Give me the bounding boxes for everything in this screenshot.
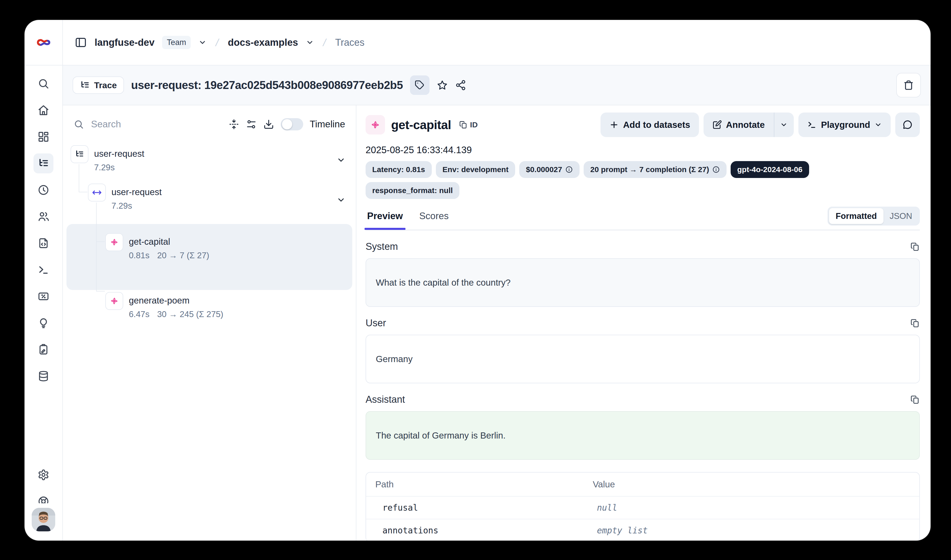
bookmark-star-button[interactable] xyxy=(437,80,448,91)
timeline-toggle-label: Timeline xyxy=(310,119,345,130)
user-message-card: Germany xyxy=(366,335,920,383)
path-cell: annotations xyxy=(382,526,604,535)
generation-node-icon xyxy=(105,233,123,251)
tree-item-user-request-root[interactable]: user-request 7.29s xyxy=(66,145,352,184)
tree-item-label: user-request xyxy=(94,145,144,162)
tree-item-tokens: 30 → 245 (Σ 275) xyxy=(157,309,223,319)
annotate-button[interactable]: Annotate xyxy=(703,112,794,137)
table-row: refusal null xyxy=(366,497,919,519)
system-message-text: What is the capital of the country? xyxy=(376,277,511,288)
user-message-text: Germany xyxy=(376,354,412,364)
sidebar-item-sessions[interactable] xyxy=(38,184,49,196)
tree-connector xyxy=(96,291,105,291)
tab-preview[interactable]: Preview xyxy=(366,207,405,229)
tree-item-get-capital[interactable]: get-capital 0.81s 20 → 7 (Σ 27) xyxy=(66,224,352,290)
copy-section-button[interactable] xyxy=(910,395,920,405)
search-icon xyxy=(74,119,84,129)
tree-connector xyxy=(96,203,97,291)
tree-search-row: Timeline xyxy=(63,112,356,137)
observation-detail-panel: get-capital ID Add to datasets Annotate xyxy=(356,105,931,541)
copy-section-button[interactable] xyxy=(910,242,920,252)
org-switcher-chevron-icon[interactable] xyxy=(306,38,314,46)
detail-tabs: Preview Scores Formatted JSON xyxy=(366,207,920,231)
collapse-chevron-icon[interactable] xyxy=(336,155,346,165)
format-formatted-option[interactable]: Formatted xyxy=(829,208,883,224)
assistant-message-card: The capital of Germany is Berlin. xyxy=(366,411,920,460)
trace-badge-label: Trace xyxy=(94,80,117,90)
share-button[interactable] xyxy=(455,80,466,91)
playground-label: Playground xyxy=(821,120,870,130)
project-switcher-chevron-icon[interactable] xyxy=(199,38,206,46)
top-navbar: langfuse-dev Team / docs-examples / Trac… xyxy=(63,20,931,65)
sidebar-item-evals[interactable] xyxy=(38,317,49,329)
span-node-icon xyxy=(88,184,106,202)
chevron-down-icon xyxy=(874,121,882,129)
logo-cell xyxy=(25,20,63,65)
model-badge[interactable]: gpt-4o-2024-08-06 xyxy=(731,161,809,178)
sidebar-item-users[interactable] xyxy=(38,211,49,223)
sidebar-toggle-icon[interactable] xyxy=(75,36,87,49)
tokens-badge[interactable]: 20 prompt → 7 completion (Σ 27) xyxy=(584,161,726,178)
delete-trace-button[interactable] xyxy=(896,73,921,97)
toggle-knob xyxy=(282,119,292,129)
copy-icon xyxy=(910,318,920,328)
trace-type-badge: Trace xyxy=(72,77,124,94)
latency-badge: Latency: 0.81s xyxy=(366,161,432,178)
tree-item-label: get-capital xyxy=(129,233,209,250)
observation-badges: Latency: 0.81s Env: development $0.00002… xyxy=(366,161,856,199)
trash-icon xyxy=(903,80,914,91)
tree-item-tokens: 20 → 7 (Σ 27) xyxy=(157,251,209,260)
collapse-chevron-icon[interactable] xyxy=(336,195,346,205)
fold-vertical-icon xyxy=(229,119,239,130)
tree-settings-button[interactable] xyxy=(246,119,257,130)
sliders-icon xyxy=(246,119,257,130)
trace-tree-panel: Timeline user-request xyxy=(63,105,356,541)
app-window: langfuse-dev Team / docs-examples / Trac… xyxy=(25,20,931,541)
add-to-datasets-button[interactable]: Add to datasets xyxy=(600,112,699,137)
tag-button[interactable] xyxy=(410,75,429,95)
format-json-option[interactable]: JSON xyxy=(883,208,918,224)
cost-badge[interactable]: $0.000027 xyxy=(519,161,580,178)
copy-icon xyxy=(910,242,920,252)
download-button[interactable] xyxy=(263,119,274,130)
collapse-all-button[interactable] xyxy=(229,119,239,130)
user-avatar[interactable] xyxy=(32,508,55,531)
sidebar-item-home[interactable] xyxy=(38,104,49,116)
timeline-toggle[interactable] xyxy=(281,118,303,131)
copy-section-button[interactable] xyxy=(910,318,920,328)
playground-button[interactable]: Playground xyxy=(799,112,891,137)
breadcrumb-page[interactable]: Traces xyxy=(335,37,365,48)
sidebar-item-dashboards[interactable] xyxy=(38,131,49,143)
sidebar-item-traces[interactable] xyxy=(34,154,54,173)
comments-button[interactable] xyxy=(895,112,920,137)
tab-scores[interactable]: Scores xyxy=(418,207,450,229)
table-row: annotations empty list xyxy=(366,519,919,541)
langfuse-logo-icon[interactable] xyxy=(36,37,51,48)
sidebar-item-playground[interactable] xyxy=(38,264,49,275)
tree-item-duration: 7.29s xyxy=(111,201,132,211)
sidebar-item-datasets[interactable] xyxy=(38,370,49,382)
search-input[interactable] xyxy=(91,118,222,130)
annotate-label: Annotate xyxy=(726,120,765,130)
share-icon xyxy=(455,80,466,91)
copy-id-button[interactable]: ID xyxy=(459,120,478,129)
value-cell: null xyxy=(597,503,910,513)
breadcrumb-project[interactable]: langfuse-dev xyxy=(95,37,154,48)
button-divider xyxy=(774,112,774,137)
sidebar-item-settings[interactable] xyxy=(38,469,49,481)
breadcrumb-org[interactable]: docs-examples xyxy=(228,37,298,48)
value-cell: empty list xyxy=(597,526,910,535)
plus-icon xyxy=(609,120,619,130)
sidebar-item-search[interactable] xyxy=(38,78,49,89)
tree-item-generate-poem[interactable]: generate-poem 6.47s 30 → 245 (Σ 275) xyxy=(66,292,352,330)
sidebar-item-prompts[interactable] xyxy=(38,237,49,249)
sidebar-item-annotation[interactable] xyxy=(38,344,49,355)
tree-item-user-request-span[interactable]: user-request 7.29s xyxy=(66,184,352,222)
section-title: System xyxy=(366,241,398,252)
observation-timestamp: 2025-08-25 16:33:44.139 xyxy=(366,145,920,155)
sidebar-item-support[interactable] xyxy=(38,495,49,503)
format-segmented-control: Formatted JSON xyxy=(828,207,920,226)
breadcrumb-separator: / xyxy=(320,37,329,48)
sidebar-item-scores[interactable] xyxy=(38,291,49,302)
info-icon xyxy=(712,166,720,173)
